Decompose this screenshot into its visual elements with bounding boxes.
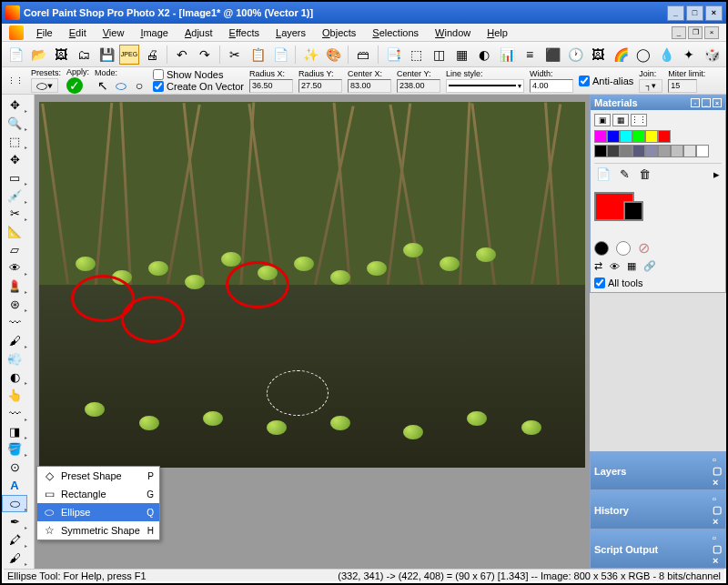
transparency-icon[interactable]: ▦ — [627, 260, 636, 272]
menu-view[interactable]: View — [96, 25, 132, 40]
histogram-button[interactable]: 📊 — [497, 45, 517, 65]
script-expand-icon[interactable]: ▢ — [713, 543, 722, 555]
browse-button[interactable]: 🗂 — [74, 45, 94, 65]
lock-icon[interactable]: 👁 — [610, 261, 620, 272]
edit-swatch-icon[interactable]: ✎ — [620, 167, 630, 181]
lighten-tool[interactable]: ◐▸ — [2, 368, 27, 386]
pen-tool[interactable]: ✒▸ — [2, 513, 27, 530]
time-button[interactable]: 🕐 — [565, 45, 585, 65]
zoom-tool[interactable]: 🔍▸ — [2, 115, 27, 132]
new-swatch-icon[interactable]: 📄 — [596, 167, 611, 181]
print-button[interactable]: 🖨 — [142, 45, 162, 65]
mdi-restore[interactable]: ❐ — [688, 26, 703, 39]
center-y-input[interactable] — [397, 79, 440, 93]
twain-button[interactable]: 🖼 — [51, 45, 71, 65]
foreground-swatch[interactable] — [594, 192, 634, 221]
center-x-input[interactable] — [348, 79, 391, 93]
swatch[interactable] — [607, 130, 620, 143]
circle-button[interactable]: ◯ — [633, 45, 653, 65]
swatch[interactable] — [658, 145, 671, 157]
menu-objects[interactable]: Objects — [315, 25, 363, 40]
menu-layers[interactable]: Layers — [268, 25, 313, 40]
menu-image[interactable]: Image — [133, 25, 176, 40]
swatch[interactable] — [632, 145, 645, 157]
paste-button[interactable]: 📄 — [270, 45, 290, 65]
cut-button[interactable]: ✂ — [225, 45, 245, 65]
layers-button[interactable]: ≡ — [520, 45, 540, 65]
layers-panel-collapsed[interactable]: Layers▫▢× — [590, 451, 726, 490]
picture-tube-tool[interactable]: ⊙ — [2, 459, 27, 476]
paint-tool[interactable]: 🖌▸ — [2, 332, 27, 349]
eraser-tool[interactable]: ◨▸ — [2, 423, 27, 440]
materials-tab-frame[interactable]: ▣ — [594, 114, 611, 126]
perspective-tool[interactable]: ▱ — [2, 241, 27, 258]
crop-button[interactable]: ◫ — [429, 45, 449, 65]
shape-tool[interactable]: ⬭▸ — [2, 495, 27, 512]
close-button[interactable]: × — [705, 5, 723, 21]
swatch[interactable] — [594, 145, 607, 157]
background-swatch[interactable] — [623, 201, 643, 221]
materials-panel-title[interactable]: Materials ▫_× — [591, 96, 725, 110]
fx2-button[interactable]: ⬛ — [542, 45, 562, 65]
menu-file[interactable]: File — [29, 25, 60, 40]
scratch-tool[interactable]: 〰 — [2, 314, 27, 331]
swatch[interactable] — [683, 145, 696, 157]
all-tools-check[interactable] — [594, 277, 605, 288]
panel-min-icon[interactable]: ▫ — [691, 98, 700, 107]
swatch[interactable] — [620, 130, 632, 143]
antialias-check[interactable] — [579, 76, 590, 86]
color-button[interactable]: 🌈 — [611, 45, 631, 65]
history-min-icon[interactable]: ▫ — [713, 493, 722, 504]
radius-x-input[interactable] — [249, 79, 293, 93]
apply-button[interactable]: ✓ — [66, 77, 83, 94]
delete-swatch-icon[interactable]: 🗑 — [639, 167, 651, 181]
dropper-tool[interactable]: 💉▸ — [2, 187, 27, 205]
mode-edit[interactable]: ↖ — [95, 78, 111, 93]
cube-button[interactable]: 🎲 — [702, 45, 722, 65]
create-on-vector-check[interactable] — [153, 81, 164, 92]
miter-input[interactable] — [668, 79, 697, 93]
swatch[interactable] — [645, 130, 658, 143]
straighten-tool[interactable]: 📐 — [2, 223, 27, 240]
script-min-icon[interactable]: ▫ — [713, 532, 722, 543]
pick-tool[interactable]: ⬚▸ — [2, 133, 27, 150]
selection-tool[interactable]: ▭▸ — [2, 169, 27, 187]
menu-help[interactable]: Help — [480, 25, 515, 40]
swatch[interactable] — [696, 145, 709, 157]
width-input[interactable] — [530, 79, 573, 93]
mdi-minimize[interactable]: _ — [672, 26, 686, 39]
grip-icon[interactable]: ⋮⋮ — [5, 71, 25, 91]
frame-button[interactable]: 🖼 — [588, 45, 608, 65]
join-dropdown[interactable]: ┐▾ — [639, 79, 662, 93]
flyout-rectangle[interactable]: ▭ Rectangle G — [37, 485, 159, 503]
swatch[interactable] — [658, 130, 671, 143]
materials-tab-swatches[interactable]: ⋮⋮ — [631, 114, 647, 126]
save-button[interactable]: 💾 — [96, 45, 116, 65]
clone-tool[interactable]: ⊛▸ — [2, 296, 27, 313]
menu-selections[interactable]: Selections — [365, 25, 426, 40]
copies-button[interactable]: 📑 — [383, 45, 403, 65]
maximize-button[interactable]: □ — [686, 5, 703, 21]
fg-style-circle[interactable] — [594, 241, 609, 256]
open-button[interactable]: 📂 — [28, 45, 48, 65]
menu-edit[interactable]: Edit — [62, 25, 94, 40]
drop-button[interactable]: 💧 — [656, 45, 676, 65]
text-tool[interactable]: A — [2, 477, 27, 494]
grid-button[interactable]: ▦ — [451, 45, 471, 65]
radius-y-input[interactable] — [298, 79, 342, 93]
wand-button[interactable]: ✦ — [679, 45, 699, 65]
crop-tool[interactable]: ✂▸ — [2, 206, 27, 223]
script-close-icon[interactable]: × — [713, 555, 722, 566]
pan-tool[interactable]: ✥▸ — [2, 96, 27, 114]
mode-circle[interactable]: ○ — [131, 78, 147, 93]
copy-button[interactable]: 📋 — [248, 45, 268, 65]
materials-tab-rainbow[interactable]: ▦ — [612, 114, 629, 126]
makeover-tool[interactable]: 💄▸ — [2, 277, 27, 295]
enhance2-button[interactable]: 🎨 — [323, 45, 343, 65]
presets-dropdown[interactable]: ⬭▾ — [31, 78, 58, 93]
organizer-button[interactable]: 🗃 — [353, 45, 373, 65]
layers-min-icon[interactable]: ▫ — [713, 454, 722, 465]
layers-expand-icon[interactable]: ▢ — [713, 465, 722, 477]
history-expand-icon[interactable]: ▢ — [713, 504, 722, 516]
swatch[interactable] — [620, 145, 632, 157]
